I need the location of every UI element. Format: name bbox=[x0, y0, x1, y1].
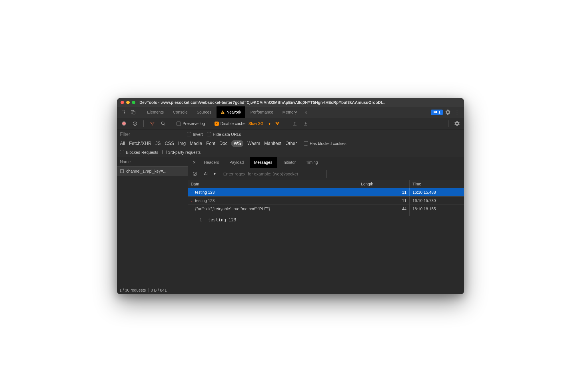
tab-network[interactable]: Network bbox=[217, 106, 245, 118]
filter-input[interactable] bbox=[120, 132, 183, 137]
col-length-header[interactable]: Length bbox=[358, 180, 410, 188]
settings-icon[interactable] bbox=[444, 108, 452, 116]
type-media[interactable]: Media bbox=[190, 141, 202, 146]
message-length: 11 bbox=[358, 188, 410, 196]
regex-input[interactable] bbox=[221, 170, 326, 178]
hide-data-urls-label: Hide data URLs bbox=[213, 132, 241, 137]
clear-messages-icon[interactable] bbox=[191, 170, 199, 178]
message-filter-dropdown[interactable]: All ▾ bbox=[202, 171, 218, 177]
dtab-messages[interactable]: Messages bbox=[250, 157, 277, 168]
third-party-checkbox[interactable]: 3rd-party requests bbox=[162, 150, 201, 155]
type-img[interactable]: Img bbox=[178, 141, 186, 146]
tab-sources[interactable]: Sources bbox=[193, 106, 215, 118]
message-row[interactable]: ↓testing 123 11 16:10:15.730 bbox=[188, 197, 464, 205]
arrow-up-icon: ↑ bbox=[191, 190, 193, 195]
svg-line-17 bbox=[194, 173, 196, 175]
inspect-element-icon[interactable] bbox=[120, 108, 128, 116]
device-toggle-icon[interactable] bbox=[129, 108, 137, 116]
third-party-label: 3rd-party requests bbox=[168, 150, 201, 155]
type-all[interactable]: All bbox=[120, 141, 125, 146]
type-manifest[interactable]: Manifest bbox=[264, 141, 281, 146]
message-row-partial[interactable]: ↓ bbox=[188, 213, 464, 216]
svg-rect-2 bbox=[133, 111, 135, 114]
tab-elements[interactable]: Elements bbox=[143, 106, 168, 118]
svg-rect-7 bbox=[434, 112, 436, 112]
dtab-payload[interactable]: Payload bbox=[225, 157, 249, 168]
type-doc[interactable]: Doc bbox=[219, 141, 227, 146]
arrow-down-icon: ↓ bbox=[191, 213, 193, 216]
divider bbox=[140, 109, 140, 115]
issue-icon bbox=[433, 110, 437, 114]
message-data: {"url":"ok","retryable":true,"method":"P… bbox=[195, 207, 270, 211]
type-wasm[interactable]: Wasm bbox=[247, 141, 260, 146]
frame-icon bbox=[120, 169, 124, 173]
more-tabs-icon[interactable]: » bbox=[302, 108, 310, 116]
svg-rect-6 bbox=[434, 112, 436, 112]
upload-har-icon[interactable] bbox=[291, 120, 299, 128]
svg-point-12 bbox=[277, 124, 278, 125]
message-data: testing 123 bbox=[195, 198, 215, 203]
type-css[interactable]: CSS bbox=[165, 141, 174, 146]
request-name: channel_1?api_key=... bbox=[126, 169, 167, 173]
col-time-header[interactable]: Time bbox=[410, 180, 464, 188]
disable-cache-checkbox[interactable]: ✓ Disable cache bbox=[215, 121, 246, 126]
preview-content[interactable]: testing 123 bbox=[205, 216, 239, 294]
throttling-value: Slow 3G bbox=[249, 121, 264, 126]
close-window-button[interactable] bbox=[121, 101, 124, 104]
network-conditions-icon[interactable] bbox=[273, 120, 281, 128]
search-icon[interactable] bbox=[159, 120, 167, 128]
message-row[interactable]: ↓{"url":"ok","retryable":true,"method":"… bbox=[188, 205, 464, 213]
type-fetch[interactable]: Fetch/XHR bbox=[129, 141, 151, 146]
invert-checkbox[interactable]: Invert bbox=[187, 132, 203, 137]
window-controls bbox=[121, 101, 135, 104]
svg-rect-14 bbox=[304, 125, 307, 126]
has-blocked-label: Has blocked cookies bbox=[310, 141, 346, 146]
request-size: 0 B / 841 bbox=[148, 288, 167, 292]
svg-rect-5 bbox=[434, 111, 437, 113]
arrow-down-icon: ↓ bbox=[191, 207, 193, 211]
close-detail-button[interactable]: × bbox=[190, 159, 198, 165]
message-preview: 1 testing 123 bbox=[188, 216, 464, 294]
minimize-window-button[interactable] bbox=[126, 101, 130, 104]
tab-performance[interactable]: Performance bbox=[246, 106, 277, 118]
svg-rect-4 bbox=[223, 113, 223, 114]
has-blocked-cookies-checkbox[interactable]: Has blocked cookies bbox=[304, 141, 346, 146]
blocked-requests-label: Blocked Requests bbox=[126, 150, 158, 155]
filter-bar: Invert Hide data URLs All Fetch/XHR JS C… bbox=[117, 130, 464, 157]
hide-data-urls-checkbox[interactable]: Hide data URLs bbox=[207, 132, 241, 137]
divider bbox=[210, 120, 210, 127]
maximize-window-button[interactable] bbox=[132, 101, 135, 104]
record-button[interactable] bbox=[120, 120, 128, 128]
type-js[interactable]: JS bbox=[155, 141, 161, 146]
type-other[interactable]: Other bbox=[285, 141, 297, 146]
svg-line-9 bbox=[134, 122, 136, 125]
dtab-timing[interactable]: Timing bbox=[301, 157, 322, 168]
message-row[interactable]: ↑testing 123 11 16:10:15.488 bbox=[188, 188, 464, 197]
requests-status: 1 / 30 requests 0 B / 841 bbox=[117, 286, 188, 294]
dtab-initiator[interactable]: Initiator bbox=[278, 157, 300, 168]
divider bbox=[143, 120, 144, 127]
tab-memory[interactable]: Memory bbox=[279, 106, 301, 118]
svg-line-11 bbox=[164, 124, 165, 126]
type-ws[interactable]: WS bbox=[231, 140, 243, 147]
type-font[interactable]: Font bbox=[206, 141, 215, 146]
throttling-dropdown[interactable]: Slow 3G ▾ bbox=[249, 121, 271, 126]
col-data-header[interactable]: Data bbox=[188, 180, 358, 188]
clear-icon[interactable] bbox=[131, 120, 139, 128]
dtab-headers[interactable]: Headers bbox=[199, 157, 224, 168]
filter-icon[interactable] bbox=[148, 120, 156, 128]
blocked-requests-checkbox[interactable]: Blocked Requests bbox=[120, 150, 158, 155]
preserve-log-label: Preserve log bbox=[183, 121, 205, 126]
panel-settings-icon[interactable] bbox=[453, 120, 461, 128]
issues-badge[interactable]: 1 bbox=[431, 110, 443, 115]
warning-icon bbox=[221, 110, 225, 114]
detail-panel: × Headers Payload Messages Initiator Tim… bbox=[188, 157, 464, 294]
arrow-down-icon: ↓ bbox=[191, 198, 193, 203]
kebab-menu-icon[interactable]: ⋮ bbox=[453, 108, 461, 116]
preserve-log-checkbox[interactable]: Preserve log bbox=[177, 121, 205, 126]
download-har-icon[interactable] bbox=[302, 120, 310, 128]
main-toolbar: Elements Console Sources Network Perform… bbox=[117, 107, 464, 118]
titlebar: DevTools - www.piesocket.com/websocket-t… bbox=[117, 98, 464, 107]
tab-console[interactable]: Console bbox=[169, 106, 191, 118]
request-row[interactable]: channel_1?api_key=... bbox=[117, 167, 188, 176]
